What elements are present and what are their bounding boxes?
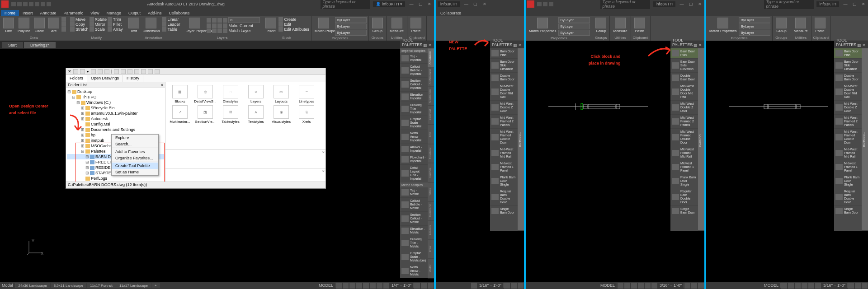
add-layout-button[interactable]: + — [151, 283, 160, 288]
palette-item[interactable]: Callout Bubble - Imperial — [400, 64, 428, 78]
measure-button[interactable]: Measure — [388, 17, 405, 33]
tab-parametric[interactable]: Parametric — [60, 10, 87, 16]
palette-item[interactable]: Barn Door Side Elevation — [834, 59, 862, 73]
maximize-button[interactable]: ▢ — [416, 2, 425, 6]
tab-annotate[interactable]: Annotate — [37, 10, 60, 16]
ctx-create-tool-palette[interactable]: Create Tool Palette — [112, 163, 158, 169]
palette-tab[interactable]: Draw — [428, 240, 434, 259]
group-button[interactable]: Group — [371, 17, 384, 33]
layout-tab[interactable]: 11x17 Portrait — [87, 283, 116, 288]
palette-item[interactable]: Elevation - Metric — [400, 226, 428, 236]
palette-item[interactable]: Mid-West Double Z Door — [670, 101, 698, 115]
palette-item[interactable]: Graphic Scale - Imperial — [400, 116, 428, 130]
ctx-search[interactable]: Search... — [112, 141, 158, 147]
palette-item[interactable]: Midwest Framed 1 Panel — [490, 160, 518, 174]
layer-properties-button[interactable]: Layer Properties — [184, 17, 206, 33]
palette-item[interactable]: Mid-West Framed 2 Panels — [670, 115, 698, 129]
palette-item[interactable]: Single Barn Door — [670, 206, 698, 216]
palette-item[interactable]: Barn Door Plan — [834, 48, 862, 59]
palette-item[interactable]: Mid-West Framed Double Door — [670, 129, 698, 146]
design-center-window[interactable]: ✕ ▸ | Folders Open Drawings History Fold… — [66, 68, 326, 189]
tab-manage[interactable]: Manage — [103, 10, 125, 16]
edit-attributes-button[interactable]: Edit Attributes — [278, 27, 309, 32]
dc-content-view[interactable]: ▦Blocks ◎DetailViewS... ↔Dimstyles ≋Laye… — [165, 82, 326, 149]
palette-tab[interactable]: Mechanical — [428, 87, 434, 106]
trim-button[interactable]: Trim — [108, 17, 123, 22]
palette-item[interactable]: Double Barn Door — [670, 73, 698, 83]
mirror-button[interactable]: Mirror — [90, 22, 107, 27]
palette-item[interactable]: Mid-West Double Door Mid Rail — [834, 83, 862, 101]
palette-item[interactable]: Mid-West Double Z Door — [834, 101, 862, 115]
palette-item[interactable]: Tag - Metric — [400, 187, 428, 198]
palette-item[interactable]: North Arrow - Metric — [400, 264, 428, 278]
dc-tab-folders[interactable]: Folders — [66, 75, 87, 82]
close-button[interactable]: ✕ — [425, 2, 434, 6]
insert-button[interactable]: Insert — [264, 17, 278, 33]
tab-view[interactable]: View — [87, 10, 103, 16]
palette-item[interactable]: Regular Barn Double Door — [834, 188, 862, 206]
palette-tab[interactable]: Command — [428, 201, 434, 220]
anno-scale[interactable]: 1/4" = 1'-0" — [390, 283, 414, 288]
palette-item[interactable]: Barn Door Side Elevation — [490, 59, 518, 73]
palette-tab[interactable]: Tables — [428, 182, 434, 201]
palette-item[interactable]: Arrows - Imperial — [400, 144, 428, 154]
linetype-combo[interactable]: ByLayer — [335, 30, 367, 36]
create-block-button[interactable]: Create — [278, 17, 309, 22]
rotate-button[interactable]: Rotate — [90, 17, 107, 22]
text-button[interactable]: Text — [127, 17, 141, 33]
palette-item[interactable]: Single Barn Door — [490, 206, 518, 216]
paste-button[interactable]: Paste — [409, 17, 423, 33]
palette-item[interactable]: Mid-West Double Door Mid Rail — [670, 83, 698, 101]
layout-tab[interactable]: 24x36 Landscape — [15, 283, 50, 288]
palette-close-icon[interactable]: ✕ — [428, 43, 432, 47]
move-button[interactable]: Move — [70, 17, 89, 22]
palette-tab[interactable]: Civil — [428, 125, 434, 144]
palette-tab[interactable]: Structural — [428, 144, 434, 163]
palette-item[interactable]: Mid-West Framed Double Door — [490, 129, 518, 146]
palette-item[interactable]: Elevation - Imperial — [400, 92, 428, 102]
polyline-button[interactable]: Polyline — [16, 17, 32, 33]
palette-item[interactable]: Mid-West Double Z Door — [490, 101, 518, 115]
palette-item[interactable]: Midwest Framed 1 Panel — [834, 160, 862, 174]
palette-item[interactable]: Mid-West Framed Mid Rail — [490, 146, 518, 160]
minimize-button[interactable]: — — [407, 2, 416, 6]
ctx-sethome[interactable]: Set as Home — [112, 169, 158, 175]
ctx-explore[interactable]: Explore — [112, 135, 158, 141]
palette-item[interactable]: Drawing Title - Metric — [400, 236, 428, 250]
palette-tab[interactable]: Modify — [428, 259, 434, 278]
arc-button[interactable]: Arc — [47, 17, 61, 33]
palette-item[interactable]: Midwest Framed 1 Panel — [670, 160, 698, 174]
palette-item[interactable]: Barn Door Side Elevation — [670, 59, 698, 73]
linear-button[interactable]: Linear — [162, 17, 180, 22]
array-button[interactable]: Array — [108, 27, 123, 32]
layout-tab[interactable]: 8.5x11 Landscape — [51, 283, 86, 288]
grid-toggle-icon[interactable] — [336, 283, 342, 289]
dc-tab-history[interactable]: History — [123, 75, 143, 82]
palette-item[interactable]: Regular Barn Double Door — [490, 188, 518, 206]
palette-item[interactable]: Detail Layout Grid - Imperial — [400, 165, 428, 182]
palette-tab[interactable]: Hatches — [428, 163, 434, 182]
drawing-tab[interactable]: Drawing1* — [24, 42, 56, 48]
scale-button[interactable]: Scale — [90, 27, 107, 32]
palette-tab[interactable]: Architectural — [428, 67, 434, 86]
quick-access-toolbar[interactable] — [11, 2, 51, 6]
palette-item[interactable]: Callout Bubble - Metric — [400, 198, 428, 212]
palette-item[interactable]: Double Barn Door — [834, 73, 862, 83]
context-menu[interactable]: Explore Search... Add to Favorites Organ… — [111, 134, 159, 176]
tool-palette-annotation[interactable]: TOOL PALETTES ...▦✕ Imperial samples Tag… — [400, 41, 434, 231]
palette-item[interactable]: Flowchart - Imperial — [400, 154, 428, 165]
layer-combo[interactable]: 0 — [228, 17, 260, 23]
layout-tab[interactable]: 11x17 Landscape — [116, 283, 151, 288]
palette-item[interactable]: Double Barn Door — [490, 73, 518, 83]
color-combo[interactable]: ByLayer — [335, 17, 367, 23]
palette-item[interactable]: Section Callout - Imperial — [400, 78, 428, 92]
design-center-toolbar[interactable]: ✕ ▸ | — [66, 68, 326, 75]
ctx-orgfav[interactable]: Organize Favorites... — [112, 155, 158, 161]
palette-item[interactable]: Regular Barn Double Door — [670, 188, 698, 206]
palette-tab[interactable]: Leaders — [428, 221, 434, 240]
palette-item[interactable]: Graphic Scale - Metric (cm) — [400, 250, 428, 264]
palette-item[interactable]: Section Callout - Metric — [400, 212, 428, 226]
palette-item[interactable]: Barn Door Plan — [490, 48, 518, 59]
tab-addins[interactable]: Add-ins — [144, 10, 165, 16]
edit-block-button[interactable]: Edit — [278, 22, 309, 27]
